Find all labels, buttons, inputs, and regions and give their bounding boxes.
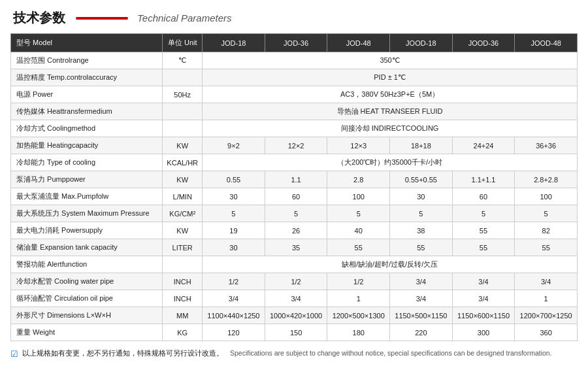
table-row: 温控精度 Temp.controlaccuracyPID ± 1℃ <box>11 69 578 86</box>
row-label: 泵浦马力 Pumppower <box>11 171 163 188</box>
row-value: 1200×500×1300 <box>327 307 390 324</box>
row-value: 1.1 <box>265 171 327 188</box>
table-container: 型号 Model 单位 Unit JOD-18 JOD-36 JOD-48 JO… <box>0 33 588 345</box>
col-unit: 单位 Unit <box>163 34 203 52</box>
row-label: 最大泵浦流量 Max.Pumpfolw <box>11 188 163 205</box>
row-value: 100 <box>327 188 390 205</box>
row-label: 循环油配管 Circulation oil pipe <box>11 290 163 307</box>
row-unit: INCH <box>163 290 203 307</box>
row-value: 60 <box>265 188 327 205</box>
col-jood18: JOOD-18 <box>390 34 453 52</box>
table-row: 加热能量 HeatingcapacityKW9×212×212×318+1824… <box>11 137 578 154</box>
col-model: 型号 Model <box>11 34 163 52</box>
table-row: 最大泵浦流量 Max.PumpfolwL/MIN30601003060100 <box>11 188 578 205</box>
row-value: 0.55 <box>203 171 265 188</box>
header-title-en: Technical Parameters <box>137 12 232 24</box>
row-value: 55 <box>452 239 515 256</box>
row-value: 220 <box>390 324 453 341</box>
row-value: 35 <box>265 239 327 256</box>
row-value: 40 <box>327 222 390 239</box>
row-value: 60 <box>452 188 515 205</box>
row-value: 3/4 <box>203 290 265 307</box>
row-value: 1.1+1.1 <box>452 171 515 188</box>
row-span-value: 350℃ <box>203 52 578 69</box>
row-label: 冷却方式 Coolingmethod <box>11 120 163 137</box>
row-unit <box>163 256 203 273</box>
row-unit: KW <box>163 171 203 188</box>
row-unit: ℃ <box>163 52 203 69</box>
table-row: 循环油配管 Circulation oil pipeINCH3/43/413/4… <box>11 290 578 307</box>
header-section: 技术参数 Technical Parameters <box>0 0 588 33</box>
row-value: 3/4 <box>515 273 578 290</box>
row-unit: L/MIN <box>163 188 203 205</box>
row-value: 300 <box>452 324 515 341</box>
row-unit: KW <box>163 137 203 154</box>
col-jod36: JOD-36 <box>265 34 327 52</box>
row-value: 0.55+0.55 <box>390 171 453 188</box>
row-value: 3/4 <box>390 273 453 290</box>
row-unit <box>163 120 203 137</box>
row-value: 82 <box>515 222 578 239</box>
row-span-value: 导热油 HEAT TRANSEER FLUID <box>203 103 578 120</box>
row-value: 5 <box>203 205 265 222</box>
row-value: 1200×700×1250 <box>515 307 578 324</box>
row-label: 温控范围 Controlrange <box>11 52 163 69</box>
row-value: 12×3 <box>327 137 390 154</box>
footer-text-zh: 以上规格如有变更，恕不另行通知，特殊规格可另行设计改造。 <box>22 349 223 358</box>
table-row: 冷却水配管 Cooling water pipeINCH1/21/21/23/4… <box>11 273 578 290</box>
row-span-value: AC3，380V 50Hz3P+E（5M） <box>203 86 578 103</box>
row-value: 5 <box>390 205 453 222</box>
table-row: 电源 Power50HzAC3，380V 50Hz3P+E（5M） <box>11 86 578 103</box>
row-value: 3/4 <box>452 273 515 290</box>
row-unit: INCH <box>163 273 203 290</box>
header-divider <box>76 17 128 20</box>
row-unit: KG <box>163 324 203 341</box>
row-span-value: 间接冷却 INDIRECTCOOLING <box>203 120 578 137</box>
row-unit: KW <box>163 222 203 239</box>
row-value: 120 <box>203 324 265 341</box>
row-value: 2.8+2.8 <box>515 171 578 188</box>
row-value: 1 <box>515 290 578 307</box>
table-header-row: 型号 Model 单位 Unit JOD-18 JOD-36 JOD-48 JO… <box>11 34 578 52</box>
table-row: 传热媒体 Heattransfermedium导热油 HEAT TRANSEER… <box>11 103 578 120</box>
row-value: 1000×420×1000 <box>265 307 327 324</box>
row-value: 55 <box>452 222 515 239</box>
row-value: 9×2 <box>203 137 265 154</box>
footer-icon: ☑ <box>10 349 18 359</box>
table-row: 冷却方式 Coolingmethod间接冷却 INDIRECTCOOLING <box>11 120 578 137</box>
row-value: 3/4 <box>265 290 327 307</box>
row-value: 1 <box>327 290 390 307</box>
row-value: 26 <box>265 222 327 239</box>
row-value: 1/2 <box>265 273 327 290</box>
row-value: 30 <box>390 188 453 205</box>
col-jod48: JOD-48 <box>327 34 390 52</box>
row-value: 38 <box>390 222 453 239</box>
row-value: 30 <box>203 188 265 205</box>
row-value: 55 <box>390 239 453 256</box>
row-value: 55 <box>515 239 578 256</box>
row-label: 传热媒体 Heattransfermedium <box>11 103 163 120</box>
row-unit <box>163 69 203 86</box>
row-value: 5 <box>265 205 327 222</box>
table-row: 储油量 Expansion tank capacityLITER30355555… <box>11 239 578 256</box>
col-jood48: JOOD-48 <box>515 34 578 52</box>
row-value: 3/4 <box>390 290 453 307</box>
row-label: 温控精度 Temp.controlaccuracy <box>11 69 163 86</box>
col-jood36: JOOD-36 <box>452 34 515 52</box>
table-row: 最大系统压力 System Maximum PressureKG/CM²5555… <box>11 205 578 222</box>
row-label: 冷却水配管 Cooling water pipe <box>11 273 163 290</box>
row-label: 冷却能力 Type of cooling <box>11 154 163 171</box>
row-value: 100 <box>515 188 578 205</box>
row-value: 5 <box>452 205 515 222</box>
col-jod18: JOD-18 <box>203 34 265 52</box>
row-label: 加热能量 Heatingcapacity <box>11 137 163 154</box>
row-value: 5 <box>327 205 390 222</box>
row-value: 150 <box>265 324 327 341</box>
table-row: 温控范围 Controlrange℃350℃ <box>11 52 578 69</box>
row-unit <box>163 103 203 120</box>
table-row: 警报功能 Alertfunction缺相/缺油/超时/过载/反转/欠压 <box>11 256 578 273</box>
row-value: 36+36 <box>515 137 578 154</box>
row-value: 2.8 <box>327 171 390 188</box>
table-row: 冷却能力 Type of coolingKCAL/HR（大200℃时）约3500… <box>11 154 578 171</box>
row-value: 1/2 <box>203 273 265 290</box>
